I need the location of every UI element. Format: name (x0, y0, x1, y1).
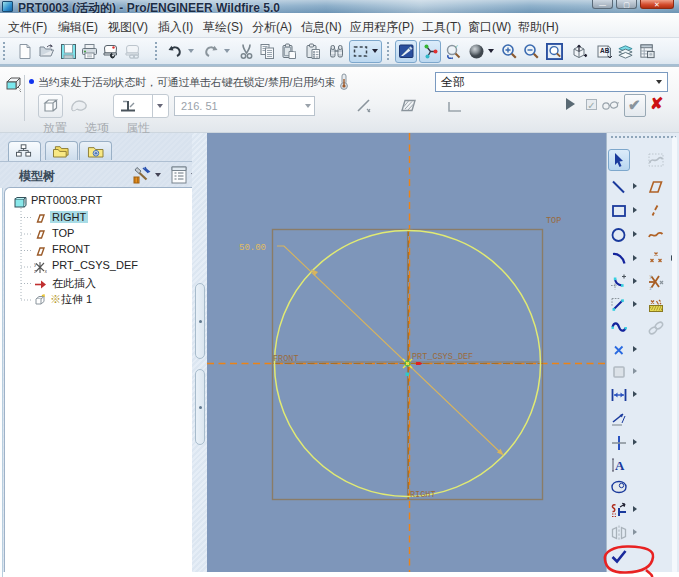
svg-text:AB: AB (600, 47, 610, 54)
svg-text:FRONT: FRONT (273, 354, 299, 364)
svg-text:A: A (615, 458, 625, 473)
svg-text:PRT_CSYS_DEF: PRT_CSYS_DEF (412, 352, 473, 362)
svg-text:RIGHT: RIGHT (410, 490, 436, 500)
svg-text:✓: ✓ (455, 43, 459, 49)
svg-text:x: x (45, 268, 48, 274)
svg-text:50.00: 50.00 (239, 243, 266, 253)
svg-text:TOP: TOP (546, 216, 561, 226)
